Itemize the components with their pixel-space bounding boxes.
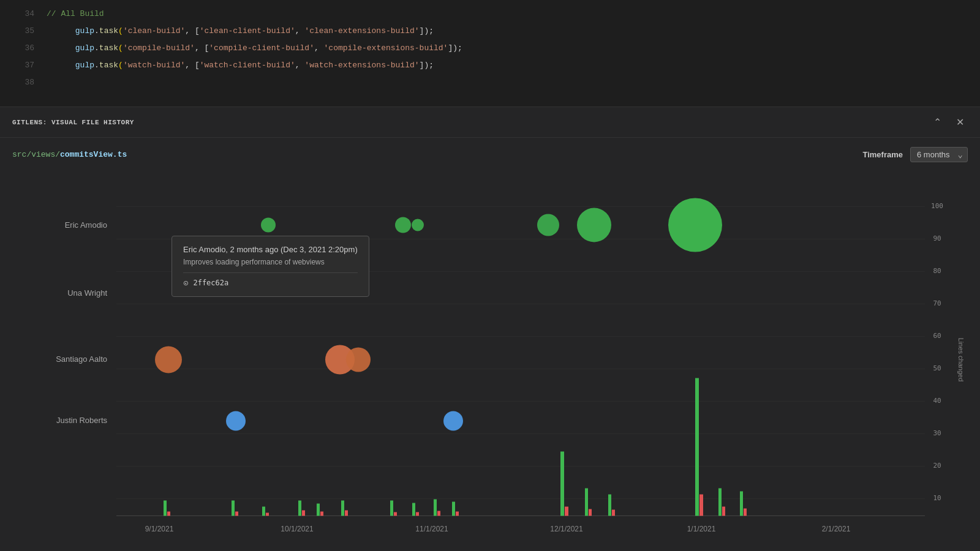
svg-text:10/1/2021: 10/1/2021 — [281, 525, 314, 533]
svg-point-74 — [443, 411, 463, 431]
timeframe-control: Timeframe 1 month 3 months 6 months 1 ye… — [862, 147, 968, 162]
svg-rect-56 — [608, 495, 611, 516]
svg-rect-36 — [262, 507, 265, 516]
timeframe-wrapper[interactable]: 1 month 3 months 6 months 1 year All tim… — [910, 147, 968, 162]
timeframe-label: Timeframe — [862, 150, 903, 159]
file-path-bold: commitsView.ts — [60, 150, 127, 159]
svg-rect-47 — [416, 512, 419, 516]
code-editor: 34 // All Build 35 gulp.task('clean-buil… — [0, 0, 980, 107]
file-path-row: src/views/commitsView.ts Timeframe 1 mon… — [0, 138, 980, 168]
svg-text:Justin Roberts: Justin Roberts — [56, 416, 108, 425]
svg-rect-43 — [345, 511, 348, 516]
svg-text:100: 100 — [931, 202, 943, 210]
svg-rect-40 — [317, 504, 320, 516]
svg-rect-44 — [390, 501, 393, 516]
svg-rect-61 — [722, 507, 725, 516]
svg-text:80: 80 — [933, 267, 941, 275]
svg-point-67 — [537, 214, 559, 236]
svg-rect-46 — [412, 503, 415, 516]
svg-rect-53 — [565, 507, 568, 516]
svg-point-69 — [668, 198, 722, 252]
svg-text:9/1/2021: 9/1/2021 — [145, 525, 174, 533]
svg-point-72 — [346, 348, 371, 372]
svg-text:70: 70 — [933, 299, 941, 307]
chart-area: 100 90 80 70 60 50 40 30 20 10 Lines cha… — [0, 168, 980, 551]
svg-text:11/1/2021: 11/1/2021 — [415, 525, 448, 533]
svg-text:30: 30 — [933, 429, 941, 437]
chart-svg: 100 90 80 70 60 50 40 30 20 10 Lines cha… — [12, 168, 968, 551]
svg-text:Una Wright: Una Wright — [67, 288, 107, 298]
svg-point-68 — [577, 208, 611, 242]
svg-rect-35 — [235, 512, 238, 516]
svg-point-70 — [155, 347, 182, 373]
svg-rect-41 — [320, 512, 323, 516]
svg-rect-52 — [560, 452, 564, 516]
svg-rect-63 — [744, 509, 747, 516]
timeframe-select[interactable]: 1 month 3 months 6 months 1 year All tim… — [910, 147, 968, 162]
svg-text:50: 50 — [933, 364, 941, 372]
svg-text:Eric Amodio: Eric Amodio — [65, 220, 107, 230]
svg-rect-45 — [394, 512, 397, 516]
svg-rect-58 — [695, 378, 699, 516]
svg-point-66 — [412, 219, 424, 231]
svg-rect-42 — [341, 501, 344, 516]
svg-rect-32 — [164, 501, 167, 516]
svg-rect-55 — [589, 509, 592, 516]
panel-controls: ⌃ ✕ — [930, 115, 968, 129]
svg-rect-54 — [585, 489, 588, 516]
file-path: src/views/commitsView.ts — [12, 150, 127, 159]
svg-text:20: 20 — [933, 462, 941, 470]
svg-rect-50 — [452, 502, 455, 516]
svg-text:12/1/2021: 12/1/2021 — [550, 525, 583, 533]
svg-text:Santiago Aalto: Santiago Aalto — [56, 354, 107, 364]
panel-header: GITLENS: VISUAL FILE HISTORY ⌃ ✕ — [0, 107, 980, 138]
collapse-button[interactable]: ⌃ — [930, 115, 945, 129]
svg-point-73 — [226, 411, 246, 431]
svg-text:60: 60 — [933, 332, 941, 340]
svg-rect-38 — [298, 501, 301, 516]
svg-rect-51 — [456, 512, 459, 516]
svg-text:2/1/2021: 2/1/2021 — [822, 525, 851, 533]
close-button[interactable]: ✕ — [952, 115, 968, 129]
svg-point-64 — [261, 218, 276, 233]
svg-rect-49 — [437, 511, 440, 516]
svg-rect-34 — [232, 501, 235, 516]
svg-rect-59 — [699, 495, 703, 516]
svg-rect-57 — [612, 510, 615, 516]
code-line-37: 37 gulp.task('watch-build', ['watch-clie… — [0, 56, 980, 73]
svg-text:Lines changed: Lines changed — [957, 338, 965, 382]
svg-text:10: 10 — [933, 494, 941, 502]
svg-text:40: 40 — [933, 397, 941, 405]
gitlens-panel: GITLENS: VISUAL FILE HISTORY ⌃ ✕ src/vie… — [0, 107, 980, 551]
svg-text:90: 90 — [933, 234, 941, 242]
svg-rect-39 — [302, 511, 305, 516]
svg-rect-62 — [740, 492, 743, 516]
panel-title: GITLENS: VISUAL FILE HISTORY — [12, 119, 134, 126]
file-path-prefix: src/views/ — [12, 150, 60, 159]
svg-rect-48 — [434, 500, 437, 516]
svg-rect-37 — [266, 513, 269, 516]
svg-rect-60 — [718, 489, 722, 516]
svg-text:1/1/2021: 1/1/2021 — [687, 525, 716, 533]
svg-point-65 — [395, 217, 411, 233]
svg-rect-33 — [167, 512, 170, 516]
